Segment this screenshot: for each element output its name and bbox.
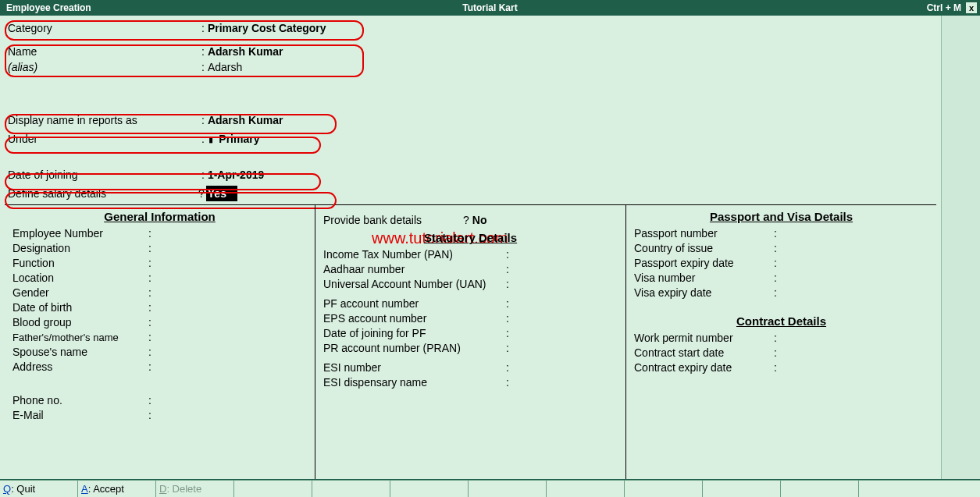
- pan-label: Income Tax Number (PAN): [323, 247, 503, 262]
- parents-name-label: Father's/mother's name: [12, 330, 145, 345]
- salary-label: Define salary details: [8, 186, 198, 201]
- title-bar: Employee Creation Tutorial Kart Ctrl + M…: [0, 0, 980, 16]
- address-label: Address: [12, 360, 145, 375]
- category-row: Category : Primary Cost Category: [8, 20, 936, 36]
- accept-button[interactable]: A: Accept: [78, 481, 156, 497]
- aadhaar-label: Aadhaar number: [323, 262, 503, 277]
- work-permit-label: Work permit number: [634, 331, 771, 346]
- quit-button[interactable]: Q: Quit: [0, 481, 78, 497]
- esi-dispensary-label: ESI dispensary name: [323, 375, 503, 390]
- name-row: Name : Adarsh Kumar: [8, 44, 936, 59]
- spouse-name-label: Spouse's name: [12, 345, 145, 360]
- main-area: Category : Primary Cost Category Name : …: [0, 16, 980, 480]
- shortcut-hint: Ctrl + M: [927, 2, 961, 13]
- under-row: Under : ▮ Primary: [8, 131, 936, 147]
- close-button[interactable]: x: [966, 2, 977, 13]
- contract-start-label: Contract start date: [634, 346, 771, 360]
- display-name-row: Display name in reports as : Adarsh Kuma…: [8, 112, 936, 128]
- passport-no-label: Passport number: [634, 226, 771, 241]
- contract-expiry-label: Contract expiry date: [634, 360, 771, 375]
- name-value[interactable]: Adarsh Kumar: [208, 44, 283, 59]
- work-area: Category : Primary Cost Category Name : …: [0, 16, 941, 479]
- bottom-slot-11: [781, 481, 859, 497]
- passport-heading: Passport and Visa Details: [634, 210, 928, 223]
- doj-row: Date of joining : 1-Apr-2019: [8, 167, 936, 183]
- contract-heading: Contract Details: [634, 314, 928, 328]
- function-label: Function: [12, 256, 145, 271]
- esi-label: ESI number: [323, 360, 503, 375]
- eps-label: EPS account number: [323, 311, 503, 326]
- under-label: Under: [8, 131, 198, 147]
- emp-number-label: Employee Number: [12, 226, 145, 241]
- general-info-heading: General Information: [12, 210, 307, 223]
- passport-expiry-label: Passport expiry date: [634, 256, 771, 271]
- bottom-slot-7: [469, 481, 547, 497]
- pran-label: PR account number (PRAN): [323, 341, 503, 356]
- alias-value[interactable]: Adarsh: [208, 59, 242, 75]
- designation-label: Designation: [12, 241, 145, 256]
- bottom-slot-5: [312, 481, 390, 497]
- blood-group-label: Blood group: [12, 315, 145, 330]
- display-name-value[interactable]: Adarsh Kumar: [208, 112, 283, 128]
- statutory-heading: Statutory Details: [323, 231, 618, 244]
- bottom-slot-9: [625, 481, 703, 497]
- right-sidebar: [941, 16, 980, 479]
- location-label: Location: [12, 271, 145, 286]
- alias-row: (alias) : Adarsh: [8, 59, 936, 75]
- salary-value[interactable]: Yes: [206, 186, 237, 201]
- bottom-slot-4: [234, 481, 312, 497]
- gender-label: Gender: [12, 286, 145, 300]
- passport-contract-column: Passport and Visa Details Passport numbe…: [625, 205, 936, 479]
- bottom-slot-12: [859, 481, 980, 497]
- bottom-slot-8: [547, 481, 625, 497]
- alias-label: (alias): [8, 59, 198, 75]
- doj-pf-label: Date of joining for PF: [323, 326, 503, 341]
- statutory-column: Provide bank details ? No Statutory Deta…: [315, 205, 625, 479]
- phone-label: Phone no.: [12, 393, 145, 408]
- category-value[interactable]: Primary Cost Category: [208, 20, 326, 36]
- uan-label: Universal Account Number (UAN): [323, 277, 503, 292]
- country-issue-label: Country of issue: [634, 241, 771, 256]
- general-info-column: General Information Employee Number: Des…: [5, 205, 315, 479]
- visa-expiry-label: Visa expiry date: [634, 286, 771, 300]
- delete-button[interactable]: D: Delete: [156, 481, 234, 497]
- details-columns: General Information Employee Number: Des…: [5, 204, 936, 479]
- bottom-slot-6: [390, 481, 469, 497]
- bank-details-value[interactable]: No: [472, 213, 487, 228]
- bank-details-label: Provide bank details: [323, 213, 460, 228]
- under-value[interactable]: Primary: [214, 131, 259, 147]
- doj-value[interactable]: 1-Apr-2019: [208, 167, 264, 183]
- list-icon: ▮: [208, 131, 214, 147]
- doj-label: Date of joining: [8, 167, 198, 183]
- salary-row: Define salary details ? Yes: [8, 186, 936, 201]
- top-fields: Category : Primary Cost Category Name : …: [5, 20, 936, 201]
- company-name: Tutorial Kart: [0, 2, 980, 13]
- screen-title: Employee Creation: [0, 2, 91, 13]
- dob-label: Date of birth: [12, 300, 145, 315]
- pf-label: PF account number: [323, 296, 503, 311]
- email-label: E-Mail: [12, 408, 145, 423]
- bottom-slot-10: [703, 481, 781, 497]
- category-label: Category: [8, 20, 198, 36]
- visa-no-label: Visa number: [634, 271, 771, 286]
- name-label: Name: [8, 44, 198, 59]
- bottom-button-bar: Q: Quit A: Accept D: Delete: [0, 480, 980, 497]
- display-name-label: Display name in reports as: [8, 112, 198, 128]
